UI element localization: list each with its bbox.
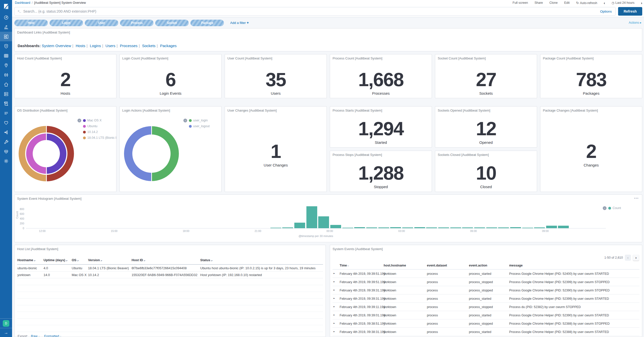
time-forward-button[interactable]: › bbox=[641, 1, 642, 5]
histogram-bar[interactable] bbox=[426, 227, 437, 228]
legend-toggle-icon[interactable]: › bbox=[77, 119, 81, 122]
dashboard-link-logins[interactable]: Logins bbox=[89, 44, 101, 48]
legend-item[interactable]: Mac OS X bbox=[83, 119, 116, 122]
filter-pill-process[interactable]: Process bbox=[120, 20, 153, 26]
sidebar-item-uptime[interactable] bbox=[0, 118, 12, 127]
legend-item[interactable]: 10.14.2 bbox=[83, 130, 116, 134]
event-column-header[interactable]: Time▾ bbox=[340, 264, 348, 267]
histogram-bar[interactable] bbox=[318, 216, 329, 228]
expand-row-caret[interactable]: ▸ bbox=[334, 314, 335, 316]
histogram-bar[interactable] bbox=[354, 227, 365, 228]
histogram-bar[interactable] bbox=[498, 227, 509, 228]
legend-item[interactable]: Ubuntu bbox=[83, 124, 116, 128]
filter-pill-login[interactable]: Login bbox=[50, 20, 83, 26]
menu-share[interactable]: Share bbox=[535, 1, 543, 5]
filter-pill-socket[interactable]: Socket bbox=[155, 20, 189, 26]
event-column-header[interactable]: host.hostname bbox=[384, 264, 406, 267]
sidebar-item-metrics[interactable] bbox=[0, 89, 12, 99]
legend-item[interactable]: 18.04.1 LTS (Bionic B... bbox=[83, 136, 116, 140]
expand-row-caret[interactable]: ▸ bbox=[334, 305, 335, 308]
histogram-bar[interactable] bbox=[450, 227, 461, 228]
sidebar-item-management[interactable] bbox=[0, 156, 12, 166]
filter-pill-host[interactable]: Host bbox=[14, 20, 48, 26]
histogram-bar[interactable] bbox=[342, 228, 353, 228]
sidebar-item-infrastructure[interactable] bbox=[0, 80, 12, 89]
auto-refresh-button[interactable]: ↻Auto-refresh bbox=[576, 1, 597, 5]
export-formatted-link[interactable]: Formatted bbox=[44, 334, 59, 337]
histogram-bar[interactable] bbox=[534, 227, 545, 228]
dashboard-link-users[interactable]: Users bbox=[104, 44, 115, 48]
sidebar-item-dev-tools[interactable] bbox=[0, 137, 12, 147]
filter-actions-link[interactable]: Actions ▸ bbox=[629, 21, 641, 24]
query-options-link[interactable]: Options bbox=[600, 10, 612, 13]
dashboard-link-hosts[interactable]: Hosts bbox=[74, 44, 85, 48]
host-column-header[interactable]: Host ID▴▾ bbox=[132, 258, 145, 262]
dashboard-link-system-overview[interactable]: System Overview bbox=[42, 44, 71, 48]
host-column-header[interactable]: OS▴▾ bbox=[72, 258, 78, 262]
panel-options-icon[interactable]: ⋯ bbox=[634, 195, 639, 201]
histogram-bar[interactable] bbox=[462, 227, 473, 228]
sidebar-item-discover[interactable] bbox=[0, 13, 12, 22]
sidebar-item-logs[interactable] bbox=[0, 99, 12, 108]
search-input[interactable] bbox=[23, 9, 600, 13]
expand-row-caret[interactable]: ▸ bbox=[334, 322, 335, 324]
legend-item[interactable]: user_login bbox=[189, 119, 210, 122]
kibana-logo-icon[interactable] bbox=[0, 0, 12, 13]
os-distribution-donut-chart[interactable] bbox=[19, 126, 74, 181]
histogram-bar[interactable] bbox=[294, 223, 305, 228]
histogram-bar[interactable] bbox=[390, 227, 401, 228]
expand-row-caret[interactable]: ▸ bbox=[334, 280, 335, 283]
sidebar-item-dashboard[interactable] bbox=[0, 32, 12, 41]
dashboard-link-sockets[interactable]: Sockets bbox=[141, 44, 156, 48]
histogram-bar[interactable] bbox=[546, 226, 557, 228]
event-column-header[interactable]: event.dataset bbox=[427, 264, 447, 267]
event-column-header[interactable]: message bbox=[509, 264, 523, 267]
host-column-header[interactable]: Status▴▾ bbox=[200, 258, 212, 262]
sidebar-item-visualize[interactable] bbox=[0, 22, 12, 32]
histogram-bar[interactable] bbox=[510, 227, 521, 228]
space-avatar[interactable]: D bbox=[3, 320, 9, 327]
breadcrumb-dashboard-link[interactable]: Dashboard bbox=[15, 1, 30, 5]
export-raw-link[interactable]: Raw bbox=[31, 334, 37, 337]
histogram-bar[interactable] bbox=[378, 227, 389, 228]
sidebar-item-machine-learning[interactable] bbox=[0, 70, 12, 80]
legend-item[interactable]: Count bbox=[608, 206, 621, 210]
histogram-bar[interactable] bbox=[486, 227, 497, 228]
dashboard-link-packages[interactable]: Packages bbox=[159, 44, 177, 48]
expand-row-caret[interactable]: ▸ bbox=[334, 272, 335, 275]
previous-page-button[interactable]: ‹ bbox=[625, 255, 631, 261]
histogram-bar[interactable] bbox=[402, 227, 413, 228]
expand-row-caret[interactable]: ▸ bbox=[334, 289, 335, 291]
next-page-button[interactable]: › bbox=[633, 255, 639, 261]
sidebar-expand-button[interactable]: → bbox=[0, 328, 12, 337]
refresh-button[interactable]: Refresh bbox=[618, 7, 642, 16]
menu-edit[interactable]: Edit bbox=[564, 1, 570, 5]
host-column-header[interactable]: Version▴▾ bbox=[88, 258, 102, 262]
legend-toggle-icon[interactable]: › bbox=[183, 119, 187, 122]
sidebar-item-maps[interactable] bbox=[0, 60, 12, 70]
histogram-bar[interactable] bbox=[282, 227, 293, 228]
histogram-bar[interactable] bbox=[414, 227, 425, 228]
sidebar-item-timelion[interactable] bbox=[0, 41, 12, 51]
filter-pill-user[interactable]: User bbox=[85, 20, 118, 26]
menu-clone[interactable]: Clone bbox=[549, 1, 558, 5]
histogram-bar[interactable] bbox=[330, 225, 341, 228]
histogram-bar[interactable] bbox=[270, 228, 281, 228]
time-back-button[interactable]: ‹ bbox=[604, 1, 605, 5]
filter-pill-package[interactable]: Package bbox=[190, 20, 224, 26]
histogram-bar[interactable] bbox=[366, 227, 377, 228]
add-filter-button[interactable]: Add a filter + bbox=[230, 21, 249, 25]
host-column-header[interactable]: Hostname▴▾ bbox=[17, 258, 35, 262]
histogram-bar[interactable] bbox=[438, 227, 449, 228]
histogram-bar[interactable] bbox=[474, 227, 485, 228]
sidebar-item-graph[interactable] bbox=[0, 127, 12, 137]
menu-full-screen[interactable]: Full screen bbox=[513, 1, 528, 5]
sidebar-item-canvas[interactable] bbox=[0, 51, 12, 60]
legend-item[interactable]: user_logout bbox=[189, 124, 210, 128]
sidebar-item-monitoring[interactable] bbox=[0, 147, 12, 156]
timepicker-button[interactable]: ◷Last 24 hours bbox=[612, 1, 634, 5]
expand-row-caret[interactable]: ▸ bbox=[334, 297, 335, 299]
space-switcher[interactable]: D bbox=[0, 318, 12, 328]
histogram-bar[interactable] bbox=[522, 228, 533, 228]
host-column-header[interactable]: Uptime (days)▴▾ bbox=[44, 258, 67, 262]
